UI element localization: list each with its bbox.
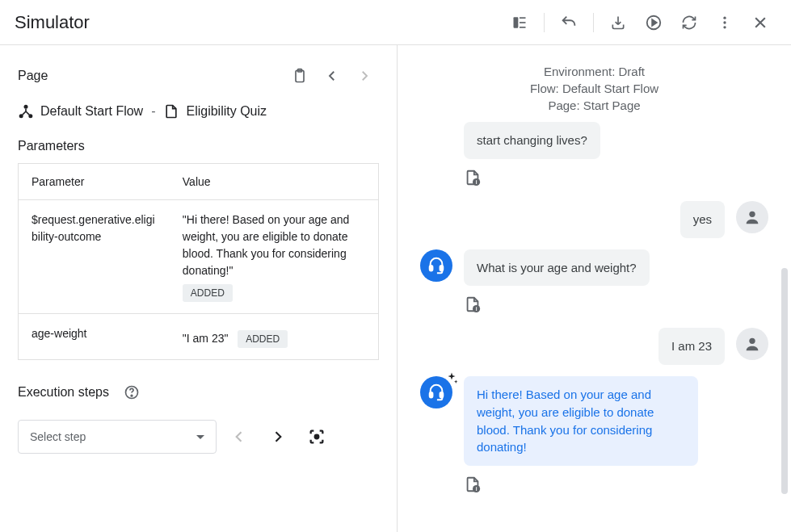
- svg-text:i: i: [476, 307, 478, 312]
- scrollbar-thumb[interactable]: [781, 268, 788, 494]
- undo-icon[interactable]: [553, 6, 585, 39]
- chat-bubble-ai: Hi there! Based on your age and weight, …: [464, 376, 698, 466]
- table-row: age-weight "I am 23" ADDED: [19, 314, 379, 360]
- app-title: Simulator: [15, 12, 90, 33]
- step-next-button[interactable]: [262, 421, 294, 453]
- chevron-down-icon: [196, 435, 204, 439]
- param-header-value: Value: [170, 164, 379, 200]
- svg-rect-24: [430, 392, 433, 397]
- table-row: $request.generative.eligibility-outcome …: [19, 200, 379, 314]
- header-toolbar: [503, 6, 776, 39]
- doc-info-icon[interactable]: i: [464, 475, 768, 496]
- page-next-icon[interactable]: [350, 61, 379, 90]
- svg-text:i: i: [476, 179, 478, 185]
- chat-message-agent: What is your age and weight?: [420, 249, 768, 287]
- status-badge: ADDED: [238, 330, 288, 348]
- svg-point-14: [131, 395, 133, 396]
- doc-info-icon[interactable]: i: [464, 169, 768, 190]
- download-icon[interactable]: [602, 6, 634, 39]
- chat-panel: Environment: Draft Flow: Default Start F…: [398, 45, 791, 532]
- chat-message-agent: start changing lives?: [420, 122, 768, 159]
- svg-rect-25: [440, 392, 444, 397]
- breadcrumb-flow-label: Default Start Flow: [40, 104, 143, 119]
- app-header: Simulator: [0, 0, 791, 45]
- svg-point-23: [749, 338, 755, 344]
- param-name-cell: age-weight: [19, 314, 170, 360]
- left-panel: Page Default Start Flow - E: [0, 45, 398, 532]
- chat-message-agent-ai: Hi there! Based on your age and weight, …: [420, 376, 768, 466]
- toolbar-separator: [593, 13, 594, 32]
- svg-rect-3: [520, 27, 526, 28]
- svg-rect-19: [430, 266, 433, 270]
- page-icon: [163, 103, 179, 119]
- select-step-dropdown[interactable]: Select step: [18, 420, 217, 454]
- svg-point-15: [315, 435, 319, 439]
- chat-meta-flow: Flow: Default Start Flow: [420, 80, 768, 97]
- status-badge: ADDED: [183, 284, 233, 302]
- select-step-placeholder: Select step: [30, 430, 86, 443]
- svg-point-18: [749, 211, 755, 216]
- execution-steps-title: Execution steps: [18, 385, 109, 400]
- close-icon[interactable]: [744, 6, 776, 39]
- chat-meta: Environment: Draft Flow: Default Start F…: [420, 45, 768, 114]
- page-prev-icon[interactable]: [318, 61, 347, 90]
- parameters-table: Parameter Value $request.generative.elig…: [18, 163, 379, 360]
- param-name-cell: $request.generative.eligibility-outcome: [19, 200, 170, 314]
- more-icon[interactable]: [709, 6, 741, 39]
- focus-icon[interactable]: [301, 421, 333, 453]
- param-header-name: Parameter: [19, 164, 170, 200]
- scrollbar-track: [781, 158, 788, 524]
- user-avatar-icon: [736, 328, 768, 360]
- breadcrumb-page-label: Eligibility Quiz: [186, 104, 267, 119]
- panel-toggle-icon[interactable]: [503, 6, 536, 39]
- refresh-icon[interactable]: [673, 6, 705, 39]
- parameters-title: Parameters: [18, 139, 379, 153]
- agent-avatar-icon: [420, 249, 452, 282]
- svg-text:i: i: [476, 486, 478, 492]
- svg-rect-1: [520, 17, 526, 19]
- chat-bubble: I am 23: [658, 328, 725, 365]
- flow-icon: [18, 103, 34, 119]
- toolbar-separator: [544, 13, 545, 32]
- svg-point-5: [723, 16, 726, 19]
- breadcrumb-separator: -: [151, 104, 155, 119]
- svg-rect-0: [514, 17, 519, 27]
- breadcrumb: Default Start Flow - Eligibility Quiz: [18, 103, 379, 119]
- chat-bubble: start changing lives?: [464, 122, 600, 159]
- chat-message-user: I am 23: [420, 328, 768, 365]
- chat-message-user: yes: [420, 201, 768, 238]
- svg-point-10: [24, 105, 28, 109]
- param-value-cell: "Hi there! Based on your age and weight,…: [183, 212, 365, 279]
- param-value-cell: "I am 23": [183, 332, 229, 345]
- chat-bubble: What is your age and weight?: [464, 249, 650, 287]
- chat-meta-page: Page: Start Page: [420, 97, 768, 114]
- doc-info-icon[interactable]: i: [464, 295, 768, 316]
- clipboard-icon[interactable]: [285, 61, 314, 90]
- page-section-title: Page: [18, 69, 48, 83]
- user-avatar-icon: [736, 201, 768, 233]
- svg-rect-20: [440, 266, 444, 270]
- step-prev-button[interactable]: [223, 421, 255, 453]
- sparkle-icon: [444, 371, 459, 389]
- svg-point-6: [723, 21, 726, 23]
- svg-rect-2: [520, 22, 526, 23]
- chat-meta-env: Environment: Draft: [420, 63, 768, 80]
- help-icon[interactable]: [117, 378, 146, 407]
- breadcrumb-flow[interactable]: Default Start Flow: [18, 103, 143, 119]
- svg-point-7: [723, 26, 726, 28]
- chat-bubble: yes: [680, 201, 725, 238]
- breadcrumb-page[interactable]: Eligibility Quiz: [163, 103, 267, 119]
- play-icon[interactable]: [637, 6, 670, 39]
